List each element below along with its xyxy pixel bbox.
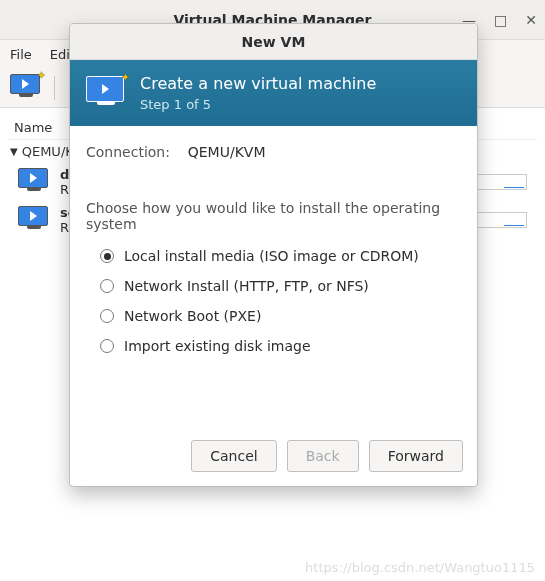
dialog-body: Connection: QEMU/KVM Choose how you woul…	[70, 126, 477, 426]
radio-import-disk[interactable]: Import existing disk image	[100, 338, 461, 354]
new-vm-dialog: New VM Create a new virtual machine Step…	[69, 23, 478, 487]
new-vm-icon[interactable]	[10, 74, 42, 102]
radio-icon	[100, 339, 114, 353]
connection-value: QEMU/KVM	[188, 144, 266, 160]
dialog-banner: Create a new virtual machine Step 1 of 5	[70, 60, 477, 126]
install-prompt: Choose how you would like to install the…	[86, 200, 461, 232]
banner-heading: Create a new virtual machine	[140, 74, 376, 93]
radio-label: Network Install (HTTP, FTP, or NFS)	[124, 278, 369, 294]
banner-vm-icon	[86, 76, 126, 110]
radio-icon	[100, 249, 114, 263]
radio-label: Local install media (ISO image or CDROM)	[124, 248, 419, 264]
radio-network-boot[interactable]: Network Boot (PXE)	[100, 308, 461, 324]
radio-label: Import existing disk image	[124, 338, 311, 354]
connection-label: Connection:	[86, 144, 170, 160]
radio-network-install[interactable]: Network Install (HTTP, FTP, or NFS)	[100, 278, 461, 294]
radio-local-media[interactable]: Local install media (ISO image or CDROM)	[100, 248, 461, 264]
toolbar-divider	[54, 76, 55, 100]
install-method-group: Local install media (ISO image or CDROM)…	[86, 248, 461, 354]
menu-file[interactable]: File	[10, 47, 32, 62]
watermark: https://blog.csdn.net/Wangtuo1115	[305, 560, 535, 575]
vm-icon	[18, 206, 50, 234]
banner-step: Step 1 of 5	[140, 97, 376, 112]
host-label: QEMU/K	[22, 144, 74, 159]
vm-icon	[18, 168, 50, 196]
radio-icon	[100, 309, 114, 323]
maximize-button[interactable]: □	[494, 12, 507, 28]
expand-icon[interactable]: ▼	[10, 146, 18, 157]
back-button: Back	[287, 440, 359, 472]
dialog-title: New VM	[70, 24, 477, 60]
cancel-button[interactable]: Cancel	[191, 440, 276, 472]
forward-button[interactable]: Forward	[369, 440, 463, 472]
dialog-footer: Cancel Back Forward	[70, 426, 477, 486]
close-button[interactable]: ✕	[525, 12, 537, 28]
radio-icon	[100, 279, 114, 293]
radio-label: Network Boot (PXE)	[124, 308, 261, 324]
